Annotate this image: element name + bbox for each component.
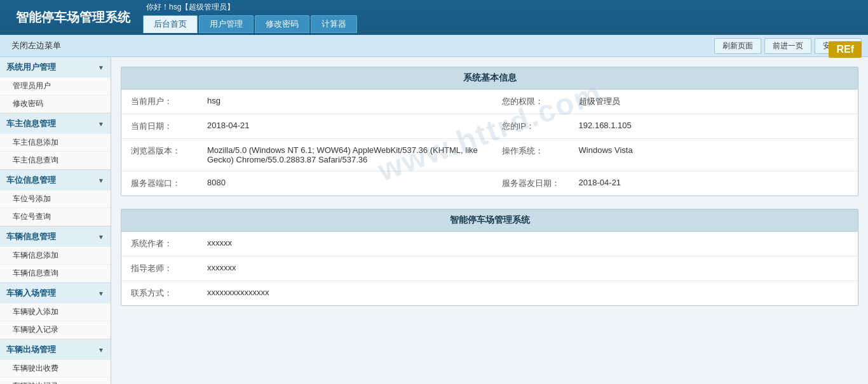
sidebar-item[interactable]: 管理员用户	[0, 77, 111, 95]
system-info-table: 当前用户： hsg 您的权限： 超级管理员 当前日期： 2018-04-21 您…	[121, 89, 858, 195]
toolbar-button[interactable]: 前进一页	[764, 38, 811, 54]
chevron-down-icon: ▼	[98, 347, 104, 354]
sidebar-group: 车辆入场管理▼车辆驶入添加车辆驶入记录	[0, 283, 111, 340]
info-value: 192.168.1.105	[569, 114, 858, 139]
chevron-down-icon: ▼	[98, 177, 104, 184]
info-value: Mozilla/5.0 (Windows NT 6.1; WOW64) Appl…	[198, 139, 492, 171]
app-logo: 智能停车场管理系统	[6, 6, 140, 29]
header-right: 你好！hsg【超级管理员】 后台首页用户管理修改密码计算器	[140, 1, 862, 34]
info-label: 当前日期：	[121, 114, 198, 139]
table-row: 当前用户： hsg 您的权限： 超级管理员	[121, 89, 858, 114]
sidebar-group: 车主信息管理▼车主信息添加车主信息查询	[0, 114, 111, 170]
nav-tab[interactable]: 用户管理	[199, 15, 254, 33]
system-info-title: 系统基本信息	[121, 67, 858, 89]
toolbar-button[interactable]: 刷新页面	[714, 38, 761, 54]
info-label: 您的IP：	[492, 114, 569, 139]
info-value: 2018-04-21	[198, 114, 492, 139]
nav-tab[interactable]: 后台首页	[143, 15, 198, 33]
sidebar-item[interactable]: 修改密码	[0, 95, 111, 113]
sidebar-item[interactable]: 车辆信息查询	[0, 265, 111, 282]
nav-tab[interactable]: 计算器	[311, 15, 357, 33]
sidebar-group: 车辆出场管理▼车辆驶出收费车辆驶出记录	[0, 340, 111, 384]
system-about-section: 智能停车场管理系统 系统作者： xxxxxx 指导老师： xxxxxxx 联系方…	[121, 209, 858, 306]
sidebar-item[interactable]: 车辆驶出收费	[0, 360, 111, 378]
table-row: 当前日期： 2018-04-21 您的IP： 192.168.1.105	[121, 114, 858, 139]
chevron-down-icon: ▼	[98, 290, 104, 297]
sidebar-item[interactable]: 车主信息查询	[0, 152, 111, 169]
sidebar-item[interactable]: 车辆驶入添加	[0, 303, 111, 321]
sidebar-item[interactable]: 车辆信息添加	[0, 247, 111, 265]
table-row: 指导老师： xxxxxxx	[121, 256, 858, 281]
sidebar-group-title[interactable]: 车辆出场管理▼	[0, 340, 111, 360]
about-value: xxxxxxxxxxxxxxx	[198, 281, 858, 306]
info-label: 浏览器版本：	[121, 139, 198, 171]
table-row: 联系方式： xxxxxxxxxxxxxxx	[121, 281, 858, 306]
system-info-section: www.httrd.com 系统基本信息 当前用户： hsg 您的权限： 超级管…	[121, 67, 858, 196]
close-sidebar-button[interactable]: 关闭左边菜单	[6, 38, 66, 53]
system-about-title: 智能停车场管理系统	[121, 209, 858, 232]
sidebar-item[interactable]: 车辆驶出记录	[0, 378, 111, 384]
sidebar-group-title[interactable]: 系统用户管理▼	[0, 57, 111, 77]
info-label: 操作系统：	[492, 139, 569, 171]
sidebar-group-title[interactable]: 车辆入场管理▼	[0, 283, 111, 303]
chevron-down-icon: ▼	[98, 64, 104, 71]
main-layout: 系统用户管理▼管理员用户修改密码车主信息管理▼车主信息添加车主信息查询车位信息管…	[0, 57, 868, 384]
toolbar: 关闭左边菜单 刷新页面前进一页安全注销	[0, 35, 868, 57]
ref-badge: REf	[829, 41, 862, 58]
sidebar-group: 车辆信息管理▼车辆信息添加车辆信息查询	[0, 227, 111, 283]
info-label: 服务器端口：	[121, 171, 198, 196]
sidebar-item[interactable]: 车辆驶入记录	[0, 321, 111, 339]
chevron-down-icon: ▼	[98, 234, 104, 241]
sidebar-item[interactable]: 车位号查询	[0, 208, 111, 226]
sidebar-item[interactable]: 车位号添加	[0, 190, 111, 208]
nav-tabs: 后台首页用户管理修改密码计算器	[140, 14, 862, 34]
info-value: Windows Vista	[569, 139, 858, 171]
info-value: 8080	[198, 171, 492, 196]
content-area: www.httrd.com 系统基本信息 当前用户： hsg 您的权限： 超级管…	[111, 57, 868, 384]
info-value: 2018-04-21	[569, 171, 858, 196]
sidebar-group: 系统用户管理▼管理员用户修改密码	[0, 57, 111, 114]
header: 智能停车场管理系统 你好！hsg【超级管理员】 后台首页用户管理修改密码计算器	[0, 0, 868, 35]
about-label: 指导老师：	[121, 256, 198, 281]
nav-tab[interactable]: 修改密码	[255, 15, 309, 33]
info-label: 当前用户：	[121, 89, 198, 114]
table-row: 系统作者： xxxxxx	[121, 232, 858, 256]
about-label: 联系方式：	[121, 281, 198, 306]
sidebar-group: 车位信息管理▼车位号添加车位号查询	[0, 170, 111, 227]
info-label: 您的权限：	[492, 89, 569, 114]
sidebar-group-title[interactable]: 车主信息管理▼	[0, 114, 111, 134]
sidebar-group-title[interactable]: 车位信息管理▼	[0, 170, 111, 190]
user-info: 你好！hsg【超级管理员】	[140, 1, 862, 14]
info-value: hsg	[198, 89, 492, 114]
info-value: 超级管理员	[569, 89, 858, 114]
table-row: 服务器端口： 8080 服务器友日期： 2018-04-21	[121, 171, 858, 196]
sidebar-item[interactable]: 车主信息添加	[0, 134, 111, 152]
system-about-table: 系统作者： xxxxxx 指导老师： xxxxxxx 联系方式： xxxxxxx…	[121, 232, 858, 305]
sidebar-group-title[interactable]: 车辆信息管理▼	[0, 227, 111, 247]
about-label: 系统作者：	[121, 232, 198, 256]
about-value: xxxxxxx	[198, 256, 858, 281]
table-row: 浏览器版本： Mozilla/5.0 (Windows NT 6.1; WOW6…	[121, 139, 858, 171]
info-label: 服务器友日期：	[492, 171, 569, 196]
sidebar: 系统用户管理▼管理员用户修改密码车主信息管理▼车主信息添加车主信息查询车位信息管…	[0, 57, 111, 384]
about-value: xxxxxx	[198, 232, 858, 256]
chevron-down-icon: ▼	[98, 121, 104, 128]
